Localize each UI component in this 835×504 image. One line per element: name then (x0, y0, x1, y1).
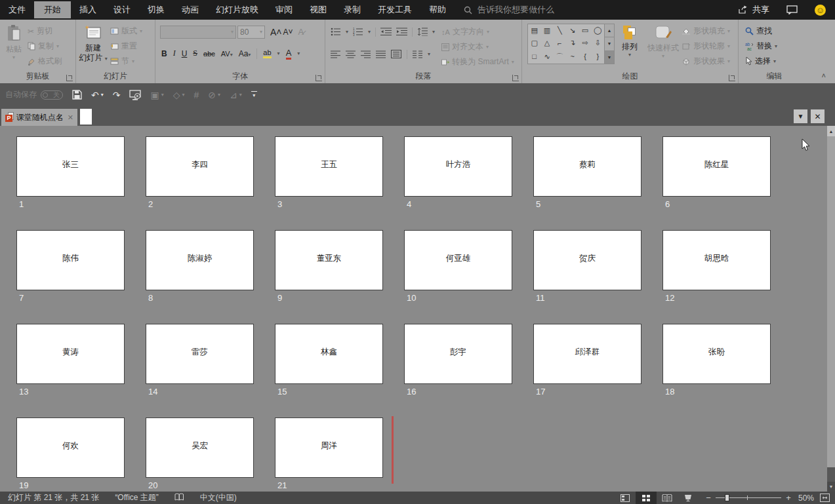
line-spacing-icon[interactable] (417, 28, 428, 36)
replace-button[interactable]: abac替换▾ (745, 39, 810, 54)
decrease-font-size-button[interactable]: A˅ (283, 28, 293, 37)
zoom-in-button[interactable]: + (785, 493, 792, 503)
shape-icon[interactable]: } (592, 50, 604, 64)
shape-outline-button[interactable]: 形状轮廓▾ (682, 39, 730, 54)
ribbon-tab-审阅[interactable]: 审阅 (267, 0, 301, 20)
customize-qat-button[interactable]: ▾ (251, 91, 257, 98)
paste-button[interactable]: 粘贴 ▾ (0, 20, 28, 72)
decrease-indent-icon[interactable] (380, 28, 392, 36)
normal-view-button[interactable] (615, 492, 636, 504)
distributed-icon[interactable] (391, 50, 401, 58)
new-slide-button[interactable]: ✶ 新建幻灯片 ▾ (76, 20, 110, 72)
bold-button[interactable]: B (161, 49, 167, 58)
shape-icon[interactable]: ◯ (592, 24, 604, 37)
paragraph-dialog-launcher[interactable] (512, 75, 519, 81)
slide-thumbnail-18[interactable]: 张盼18 (662, 324, 771, 384)
slide-thumbnail-12[interactable]: 胡思晗12 (662, 230, 771, 290)
cut-button[interactable]: ✂剪切 (28, 24, 62, 39)
document-tab[interactable]: P 课堂随机点名 ✕ (1, 109, 77, 126)
zoom-slider[interactable] (716, 492, 781, 504)
character-spacing-button[interactable]: AV▾ (221, 50, 233, 58)
theme-name[interactable]: “Office 主题” (107, 492, 166, 503)
spell-check-button[interactable] (167, 493, 192, 503)
qat-disabled-button-5[interactable]: ⊿▾ (230, 90, 242, 100)
bullets-icon[interactable] (331, 28, 341, 36)
slide-thumbnail-5[interactable]: 蔡莉5 (533, 136, 642, 197)
save-button[interactable] (72, 90, 82, 100)
slide-thumbnail-1[interactable]: 张三1 (16, 136, 125, 197)
slide-thumbnail-8[interactable]: 陈淑婷8 (146, 230, 254, 290)
increase-font-size-button[interactable]: A˄ (270, 27, 282, 37)
ribbon-tab-动画[interactable]: 动画 (173, 0, 207, 20)
tab-list-dropdown-button[interactable]: ▼ (794, 109, 807, 123)
drawing-dialog-launcher[interactable] (729, 75, 735, 81)
shape-icon[interactable]: ∿ (540, 50, 553, 64)
autosave-switch[interactable]: 关 (41, 90, 63, 100)
text-highlight-dropdown[interactable]: ▾ (277, 50, 280, 56)
slide-thumbnail-4[interactable]: 叶方浩4 (404, 136, 512, 197)
font-size-combobox[interactable]: 80▾ (237, 26, 265, 39)
slide-thumbnail-13[interactable]: 黄涛13 (16, 324, 125, 384)
slide-thumbnail-11[interactable]: 贺庆11 (533, 230, 642, 290)
slide-thumbnail-14[interactable]: 雷莎14 (146, 324, 254, 384)
italic-button[interactable]: I (173, 48, 176, 58)
clipboard-dialog-launcher[interactable] (66, 75, 73, 81)
feedback-smiley-icon[interactable]: ☺ (815, 5, 826, 16)
autosave-toggle[interactable]: 自动保存 关 (5, 89, 63, 100)
paste-dropdown[interactable]: ▾ (12, 54, 15, 60)
ribbon-tab-开发工具[interactable]: 开发工具 (369, 0, 420, 20)
shape-icon[interactable]: ↴ (566, 37, 579, 49)
shape-icon[interactable]: ~ (566, 50, 579, 64)
text-direction-button[interactable]: ↕A文字方向▾ (441, 24, 514, 39)
ribbon-tab-插入[interactable]: 插入 (71, 0, 105, 20)
qat-disabled-button-1[interactable]: ▣▾ (150, 90, 163, 100)
shapes-gallery-more[interactable]: ▼ (605, 51, 614, 64)
slide-thumbnail-19[interactable]: 何欢19 (16, 417, 125, 478)
shape-icon[interactable]: ▤ (528, 24, 540, 37)
ribbon-tab-幻灯片放映[interactable]: 幻灯片放映 (207, 0, 267, 20)
font-name-combobox[interactable]: ▾ (160, 26, 236, 39)
strikethrough-button[interactable]: abc (203, 50, 215, 58)
zoom-slider-handle[interactable] (725, 494, 729, 501)
font-color-button[interactable]: A (286, 48, 292, 60)
convert-smartart-button[interactable]: 转换为 SmartArt▾ (441, 54, 514, 69)
ribbon-tab-视图[interactable]: 视图 (301, 0, 335, 20)
scrollbar-thumb[interactable] (827, 136, 835, 467)
align-center-icon[interactable] (346, 50, 356, 58)
ribbon-tab-开始[interactable]: 开始 (34, 1, 71, 18)
numbering-icon[interactable]: 123 (353, 28, 363, 36)
shape-icon[interactable]: { (579, 50, 591, 64)
zoom-out-button[interactable]: − (705, 493, 712, 503)
shape-icon[interactable]: ╲ (554, 24, 566, 37)
scrollbar-up-arrow[interactable]: ▲ (827, 126, 835, 136)
reading-view-button[interactable] (657, 492, 678, 504)
language-indicator[interactable]: 中文(中国) (192, 492, 245, 503)
shape-icon[interactable]: ⌒ (554, 50, 566, 64)
slide-thumbnail-7[interactable]: 陈伟7 (16, 230, 125, 290)
columns-icon[interactable] (413, 50, 422, 58)
shape-icon[interactable]: ▢ (528, 37, 540, 49)
collapse-ribbon-chevron[interactable]: ˄ (822, 71, 826, 79)
qat-disabled-button-2[interactable]: ◇▾ (173, 90, 185, 100)
shape-icon[interactable]: □ (528, 50, 540, 64)
slide-thumbnail-3[interactable]: 王五3 (275, 136, 383, 197)
share-button[interactable]: 共享 (738, 4, 769, 16)
layout-button[interactable]: 版式▾ (110, 24, 142, 39)
align-text-button[interactable]: 对齐文本▾ (441, 39, 514, 54)
shape-effects-button[interactable]: 形状效果▾ (682, 54, 730, 69)
increase-indent-icon[interactable] (396, 28, 407, 36)
shape-icon[interactable]: ▥ (540, 24, 553, 37)
slide-thumbnail-10[interactable]: 何亚雄10 (404, 230, 512, 290)
shape-icon[interactable]: ⇩ (592, 37, 604, 49)
font-dialog-launcher[interactable] (316, 75, 322, 81)
qat-disabled-button-4[interactable]: ⊘▾ (208, 90, 220, 100)
fit-slide-to-window-button[interactable] (818, 494, 835, 502)
slide-thumbnail-6[interactable]: 陈红星6 (662, 136, 771, 197)
ribbon-tab-文件[interactable]: 文件 (0, 0, 34, 20)
slide-thumbnail-16[interactable]: 彭宇16 (404, 324, 512, 384)
slide-thumbnail-17[interactable]: 邱泽群17 (533, 324, 642, 384)
underline-button[interactable]: U (182, 49, 188, 58)
shape-icon[interactable]: ⌐ (554, 37, 566, 49)
ribbon-tab-设计[interactable]: 设计 (105, 0, 139, 20)
shape-icon[interactable]: △ (540, 37, 553, 49)
